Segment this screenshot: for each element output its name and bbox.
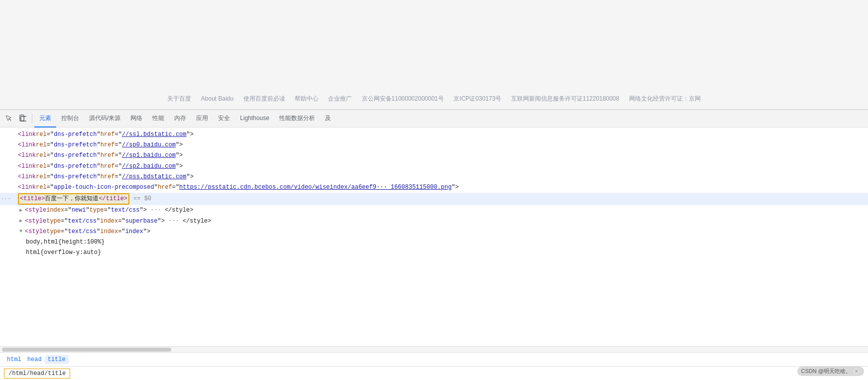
code-line-3[interactable]: <link rel="dns-prefetch" href="//sp1.bai… — [0, 150, 868, 161]
code-line-2[interactable]: <link rel="dns-prefetch" href="//sp0.bai… — [0, 140, 868, 150]
footer-link-about[interactable]: 关于百度 — [167, 95, 191, 102]
code-line-1[interactable]: <link rel="dns-prefetch" href="//ssl.bds… — [0, 129, 868, 140]
baidu-page-footer: 关于百度 About Baidu 使用百度前必读 帮助中心 企业推广 京公网安备… — [0, 0, 868, 110]
footer-link-terms[interactable]: 使用百度前必读 — [243, 95, 285, 102]
breadcrumb-title[interactable]: title — [45, 355, 69, 364]
tab-console[interactable]: 控制台 — [56, 110, 84, 127]
breadcrumb-bar: html head title — [0, 352, 868, 366]
toggle-style-1[interactable]: ▶ — [18, 208, 24, 214]
svg-rect-0 — [20, 115, 24, 121]
csdn-badge-close[interactable]: × — [853, 368, 860, 375]
element-path: /html/head/title — [4, 369, 70, 379]
footer-link-culture[interactable]: 网络文化经营许可证：京网 — [629, 95, 701, 102]
footer-link-icp2[interactable]: 京ICP证030173号 — [453, 95, 501, 102]
devtools-window: 关于百度 About Baidu 使用百度前必读 帮助中心 企业推广 京公网安备… — [0, 0, 868, 380]
footer-link-help[interactable]: 帮助中心 — [295, 95, 319, 102]
tab-application[interactable]: 应用 — [191, 110, 213, 127]
scrollbar-thumb[interactable] — [2, 348, 171, 352]
dom-breakpoint-equals: == $0 — [133, 194, 151, 204]
breadcrumb-head[interactable]: head — [24, 355, 45, 364]
tab-lighthouse[interactable]: Lighthouse — [235, 110, 274, 127]
code-line-style-3-open[interactable]: ▼ <style type="text/css" index="index"> — [0, 227, 868, 237]
code-line-4[interactable]: <link rel="dns-prefetch" href="//sp2.bai… — [0, 161, 868, 172]
device-toggle-button[interactable] — [16, 112, 30, 126]
toggle-style-3[interactable]: ▼ — [18, 229, 24, 235]
horizontal-scrollbar[interactable] — [0, 346, 868, 352]
title-element-highlight: <title>百度一下，你就知道</title> — [18, 193, 129, 205]
tab-perfdata[interactable]: 性能数据分析 — [274, 110, 320, 127]
footer-link-news[interactable]: 互联网新闻信息服务许可证11220180008 — [511, 95, 619, 102]
devtools-content: <link rel="dns-prefetch" href="//ssl.bds… — [0, 127, 868, 380]
footer-links: 关于百度 About Baidu 使用百度前必读 帮助中心 企业推广 京公网安备… — [163, 95, 704, 103]
tab-sources[interactable]: 源代码/来源 — [84, 110, 125, 127]
footer-link-about-baidu[interactable]: About Baidu — [201, 95, 233, 102]
toolbar-separator-1 — [32, 114, 32, 124]
tab-memory[interactable]: 内存 — [169, 110, 191, 127]
code-line-style-1[interactable]: ▶ <style index="newi" type="text/css"> ·… — [0, 205, 868, 216]
tab-network[interactable]: 网络 — [125, 110, 147, 127]
footer-link-ads[interactable]: 企业推广 — [328, 95, 352, 102]
devtools-toolbar: 元素 控制台 源代码/来源 网络 性能 内存 应用 安全 Lighthouse … — [0, 110, 868, 127]
footer-link-icp1[interactable]: 京公网安备11000002000001号 — [362, 95, 444, 102]
code-line-6[interactable]: <link rel="apple-touch-icon-precomposed"… — [0, 182, 868, 193]
context-dots: ··· — [1, 195, 11, 204]
tab-elements[interactable]: 元素 — [34, 110, 56, 127]
code-line-style-2[interactable]: ▶ <style type="text/css" index="superbas… — [0, 216, 868, 227]
tab-more[interactable]: 及 — [320, 110, 336, 127]
path-bar: /html/head/title — [0, 366, 868, 380]
inspect-element-button[interactable] — [2, 112, 16, 126]
tab-security[interactable]: 安全 — [213, 110, 235, 127]
code-line-5[interactable]: <link rel="dns-prefetch" href="//pss.bds… — [0, 172, 868, 182]
tab-performance[interactable]: 性能 — [147, 110, 169, 127]
code-line-title[interactable]: ··· <title>百度一下，你就知道</title> == $0 — [0, 193, 868, 205]
code-line-css-2: html{overflow-y:auto} — [0, 248, 868, 258]
svg-point-2 — [23, 121, 23, 121]
breadcrumb-html[interactable]: html — [4, 355, 24, 364]
elements-panel[interactable]: <link rel="dns-prefetch" href="//ssl.bds… — [0, 127, 868, 346]
code-line-css-1: body,html{height:100%} — [0, 237, 868, 248]
csdn-badge-text: CSDN @明天吃啥。 — [801, 368, 851, 375]
csdn-badge: CSDN @明天吃啥。 × — [797, 367, 864, 376]
toggle-style-2[interactable]: ▶ — [18, 218, 24, 224]
